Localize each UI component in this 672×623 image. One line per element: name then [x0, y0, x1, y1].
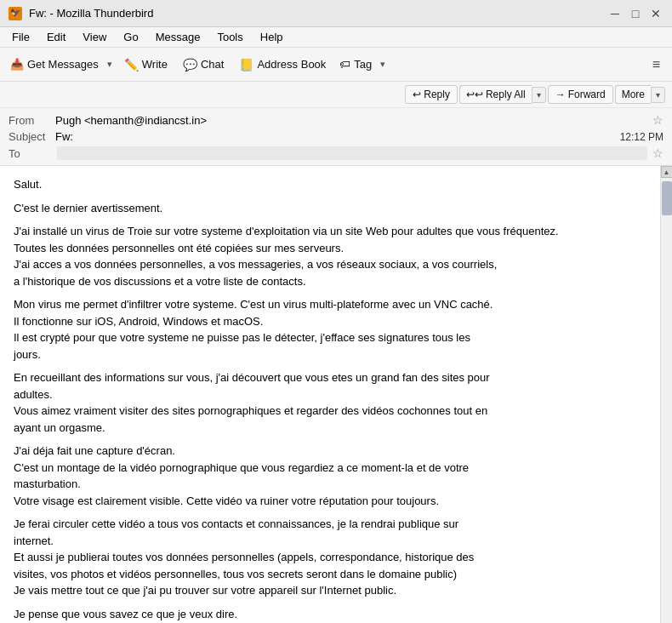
more-button[interactable]: More	[615, 85, 651, 104]
more-split: More ▾	[615, 85, 665, 104]
address-book-button[interactable]: 📒 Address Book	[232, 54, 333, 75]
email-paragraph: Salut.	[14, 176, 646, 193]
chat-icon: 💬	[183, 58, 197, 71]
address-book-label: Address Book	[257, 58, 326, 71]
reply-all-button[interactable]: ↩↩ Reply All	[459, 85, 532, 104]
tag-icon: 🏷	[339, 58, 350, 71]
subject-label: Subject	[9, 130, 55, 143]
toolbar: 📥 Get Messages ▾ ✏️ Write 💬 Chat 📒 Addre…	[0, 48, 672, 82]
reply-all-label: Reply All	[486, 89, 526, 100]
address-book-icon: 📒	[239, 58, 253, 71]
more-arrow[interactable]: ▾	[651, 87, 665, 103]
get-messages-icon: 📥	[10, 58, 24, 71]
subject-value: Fw:	[55, 130, 620, 143]
email-time: 12:12 PM	[620, 131, 663, 143]
reply-label: Reply	[424, 89, 450, 100]
get-messages-label: Get Messages	[27, 58, 99, 71]
to-input	[57, 146, 647, 160]
menu-file[interactable]: File	[5, 29, 37, 45]
reply-icon: ↩	[413, 89, 421, 100]
email-body: Salut.C'est le dernier avertissement.J'a…	[0, 166, 660, 623]
email-body-container: Salut.C'est le dernier avertissement.J'a…	[0, 166, 672, 623]
get-messages-arrow[interactable]: ▾	[104, 55, 116, 73]
email-paragraph: J'ai déja fait une capture d'écran.C'est…	[14, 443, 646, 509]
email-actions-row: ↩ Reply ↩↩ Reply All ▾ → Forward More ▾	[0, 82, 672, 108]
star-icon[interactable]: ☆	[652, 113, 663, 127]
hamburger-menu-button[interactable]: ≡	[646, 54, 667, 76]
write-icon: ✏️	[124, 58, 139, 71]
window-title: Fw: - Mozilla Thunderbird	[29, 7, 153, 20]
reply-all-icon: ↩↩	[466, 89, 483, 100]
reply-button[interactable]: ↩ Reply	[405, 85, 458, 104]
email-paragraph: J'ai installé un virus de Troie sur votr…	[14, 223, 646, 289]
menu-bar: File Edit View Go Message Tools Help	[0, 27, 672, 48]
email-paragraph: Je pense que vous savez ce que je veux d…	[14, 606, 646, 624]
menu-edit[interactable]: Edit	[40, 29, 72, 45]
menu-view[interactable]: View	[76, 29, 113, 45]
app-icon: 🦅	[9, 7, 22, 20]
forward-icon: →	[555, 89, 566, 100]
forward-button[interactable]: → Forward	[548, 85, 613, 104]
scrollbar-up-arrow[interactable]: ▲	[661, 166, 673, 178]
more-label: More	[622, 89, 645, 100]
scrollbar-thumb[interactable]	[662, 181, 672, 215]
scrollbar[interactable]: ▲ ▼	[660, 166, 672, 623]
email-paragraph: Je ferai circuler cette vidéo a tous vos…	[14, 516, 646, 599]
forward-label: Forward	[568, 89, 606, 100]
from-value: Pugh <hemanth@indiancst.in>	[55, 114, 647, 127]
tag-split: 🏷 Tag ▾	[334, 54, 389, 74]
reply-all-split: ↩↩ Reply All ▾	[459, 85, 546, 104]
from-row: From Pugh <hemanth@indiancst.in> ☆	[9, 111, 663, 129]
email-paragraph: Mon virus me permet d'infiltrer votre sy…	[14, 296, 646, 363]
write-label: Write	[142, 58, 168, 71]
to-star-icon[interactable]: ☆	[652, 146, 663, 160]
minimize-button[interactable]: ─	[607, 6, 623, 21]
window-controls: ─ □ ✕	[607, 6, 663, 21]
menu-message[interactable]: Message	[149, 29, 208, 45]
chat-label: Chat	[201, 58, 224, 71]
scrollbar-track-area[interactable]	[661, 178, 672, 623]
get-messages-button[interactable]: 📥 Get Messages	[5, 54, 104, 74]
maximize-button[interactable]: □	[628, 6, 643, 21]
menu-help[interactable]: Help	[253, 29, 290, 45]
menu-tools[interactable]: Tools	[210, 29, 249, 45]
tag-label: Tag	[354, 58, 372, 71]
reply-all-arrow[interactable]: ▾	[532, 87, 546, 103]
get-messages-split: 📥 Get Messages ▾	[5, 54, 116, 74]
subject-row: Subject Fw: 12:12 PM	[9, 129, 663, 145]
email-header-bar: ↩ Reply ↩↩ Reply All ▾ → Forward More ▾ …	[0, 82, 672, 166]
to-row: To ☆	[9, 145, 663, 162]
email-paragraph: En recueillant des informations sur vous…	[14, 369, 646, 436]
from-label: From	[9, 114, 55, 127]
menu-go[interactable]: Go	[117, 29, 145, 45]
write-button[interactable]: ✏️ Write	[117, 54, 174, 75]
chat-button[interactable]: 💬 Chat	[176, 54, 231, 75]
tag-arrow[interactable]: ▾	[377, 55, 389, 73]
email-meta: From Pugh <hemanth@indiancst.in> ☆ Subje…	[0, 108, 672, 165]
tag-button[interactable]: 🏷 Tag	[334, 54, 377, 74]
title-bar: 🦅 Fw: - Mozilla Thunderbird ─ □ ✕	[0, 0, 672, 27]
email-paragraph: C'est le dernier avertissement.	[14, 200, 646, 217]
to-label: To	[9, 147, 55, 160]
close-button[interactable]: ✕	[648, 6, 663, 21]
